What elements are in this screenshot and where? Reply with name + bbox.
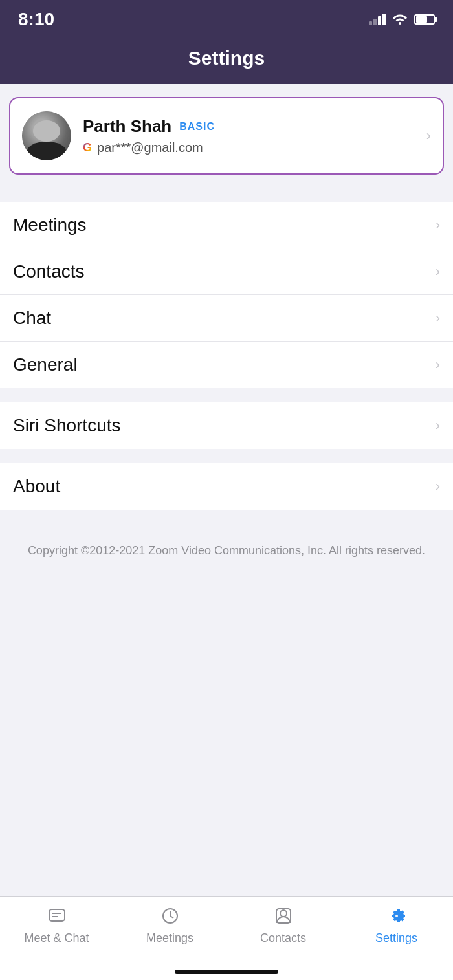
settings-tab-icon [385,904,408,928]
menu-label-general: General [13,354,78,375]
menu-item-chat[interactable]: Chat › [0,295,453,342]
menu-label-contacts: Contacts [13,261,85,282]
tab-label-meetings: Meetings [146,931,193,945]
group-spacer-3 [0,449,453,463]
group-spacer-2 [0,388,453,402]
menu-group-3: About › [0,463,453,510]
menu-item-about[interactable]: About › [0,463,453,510]
tab-label-meet-chat: Meet & Chat [24,931,89,945]
group-spacer-4 [0,510,453,524]
status-icons [369,12,435,28]
chevron-contacts-icon: › [436,263,440,280]
profile-email: par***@gmail.com [97,140,203,155]
battery-icon [414,14,435,25]
copyright-text: Copyright ©2012-2021 Zoom Video Communic… [0,524,453,578]
menu-label-chat: Chat [13,308,51,329]
menu-label-about: About [13,476,60,497]
meetings-tab-icon [159,904,182,928]
profile-info: Parth Shah BASIC G par***@gmail.com [83,116,426,155]
contacts-tab-icon [272,904,295,928]
profile-name-row: Parth Shah BASIC [83,116,426,136]
signal-icon [369,14,386,25]
tab-contacts[interactable]: Contacts [226,904,340,945]
google-icon: G [83,141,92,155]
menu-group-1: Meetings › Contacts › Chat › General › [0,202,453,388]
menu-label-siri-shortcuts: Siri Shortcuts [13,415,121,436]
profile-name: Parth Shah [83,116,171,136]
profile-chevron-icon: › [426,127,431,144]
tab-meet-chat[interactable]: Meet & Chat [0,904,113,945]
home-indicator [175,970,278,974]
avatar [22,111,71,160]
chevron-general-icon: › [436,356,440,373]
svg-rect-1 [49,909,65,921]
svg-point-7 [395,914,399,918]
chevron-chat-icon: › [436,310,440,327]
group-spacer-1 [0,188,453,202]
profile-email-row: G par***@gmail.com [83,140,426,155]
chevron-meetings-icon: › [436,217,440,234]
menu-label-meetings: Meetings [13,215,87,235]
tab-meetings[interactable]: Meetings [113,904,226,945]
chevron-about-icon: › [436,478,440,495]
tab-bar: Meet & Chat Meetings Contacts [0,896,453,980]
page-title: Settings [188,47,265,69]
menu-item-meetings[interactable]: Meetings › [0,202,453,248]
meet-chat-icon [45,904,69,928]
profile-badge: BASIC [179,121,215,133]
svg-point-5 [280,910,287,917]
menu-item-contacts[interactable]: Contacts › [0,248,453,295]
menu-item-general[interactable]: General › [0,342,453,388]
tab-label-contacts: Contacts [260,931,306,945]
tab-settings[interactable]: Settings [340,904,453,945]
profile-card[interactable]: Parth Shah BASIC G par***@gmail.com › [9,97,444,175]
status-time: 8:10 [18,9,54,30]
page-header: Settings [0,39,453,84]
menu-group-2: Siri Shortcuts › [0,402,453,449]
status-bar: 8:10 [0,0,453,39]
wifi-icon [392,12,408,28]
tab-label-settings: Settings [375,931,417,945]
svg-point-0 [399,22,401,25]
chevron-siri-icon: › [436,417,440,434]
menu-item-siri-shortcuts[interactable]: Siri Shortcuts › [0,402,453,449]
